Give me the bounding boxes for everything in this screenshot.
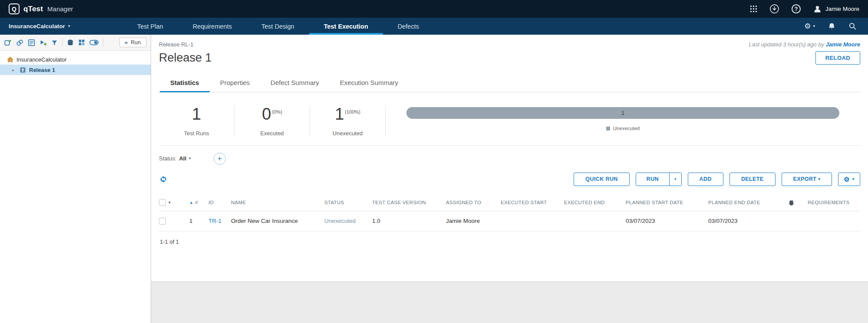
column-header-num[interactable]: ▲ # [189, 200, 208, 205]
status-filter-dropdown[interactable]: All ▾ [179, 155, 191, 162]
cell-id-link[interactable]: TR-1 [208, 218, 231, 224]
user-menu[interactable]: Jamie Moore [813, 4, 859, 13]
column-header-planned-start[interactable]: PLANNED START DATE [626, 200, 708, 205]
run-dropdown-caret[interactable]: ▾ [669, 173, 681, 186]
add-test-suite-icon[interactable] [28, 39, 35, 46]
last-updated-text: Last updated 3 hour(s) ago by Jamie Moor… [749, 41, 860, 48]
column-header-assigned[interactable]: ASSIGNED TO [446, 200, 501, 205]
refresh-icon[interactable] [159, 176, 167, 183]
chevron-right-icon[interactable]: ▸ [12, 68, 17, 72]
select-dropdown-caret[interactable]: ▾ [168, 200, 171, 205]
breadcrumb-row: Release RL-1 Last updated 3 hour(s) ago … [159, 35, 860, 48]
statistics-section: 1 Test Runs 0(0%) Executed 1(100%) Unexe… [159, 92, 860, 146]
stat-unexecuted-label: Unexecuted [310, 130, 385, 137]
stat-unexecuted-pct: (100%) [345, 109, 360, 114]
chevron-down-icon: ▾ [818, 177, 820, 181]
tab-defect-summary[interactable]: Defect Summary [260, 74, 330, 92]
tree-node-label: Release 1 [29, 67, 55, 73]
tree-node-release-1[interactable]: ▸ Release 1 [0, 65, 151, 75]
stat-executed-label: Executed [234, 130, 310, 137]
quick-run-button[interactable]: QUICK RUN [574, 173, 629, 186]
filter-icon[interactable] [51, 39, 58, 46]
column-header-exec-end[interactable]: EXECUTED END [564, 200, 626, 205]
column-header-status[interactable]: STATUS [324, 200, 372, 205]
notifications-bell-icon[interactable] [828, 22, 835, 30]
column-header-requirements[interactable]: REQUIREMENTS [808, 200, 860, 205]
page-title: Release 1 [159, 51, 212, 65]
chevron-down-icon: ▾ [852, 177, 855, 181]
tab-execution-summary[interactable]: Execution Summary [330, 74, 409, 92]
table-row[interactable]: 1 TR-1 Order New Car Insurance Unexecute… [159, 211, 860, 232]
grid-view-icon[interactable] [78, 39, 85, 46]
project-selector[interactable]: InsuranceCalculator ▾ [0, 18, 122, 35]
nav-item-test-execution[interactable]: Test Execution [309, 18, 383, 35]
tree-node-project[interactable]: InsuranceCalculator [0, 54, 151, 65]
column-header-planned-end[interactable]: PLANNED END DATE [708, 200, 788, 205]
stat-unexecuted-value: 1(100%) [310, 105, 385, 124]
legend-label-unexecuted: Unexecuted [613, 126, 640, 131]
add-button[interactable]: ADD [688, 173, 723, 186]
test-run-table-header: ▾ ▲ # ID NAME STATUS TEST CASE VERSION A… [159, 195, 860, 211]
stat-executed-pct: (0%) [272, 109, 282, 114]
page-layout: ▶ Run InsuranceCalculator ▸ Release 1 Re… [0, 35, 868, 323]
user-name: Jamie Moore [825, 6, 859, 12]
chevron-down-icon: ▾ [68, 24, 70, 28]
export-button[interactable]: EXPORT ▾ [782, 173, 832, 186]
main-content: Release RL-1 Last updated 3 hour(s) ago … [151, 35, 868, 323]
toggle-view-icon[interactable] [89, 39, 99, 46]
delete-button[interactable]: DELETE [729, 173, 776, 186]
settings-menu[interactable]: ⚙ ▾ [804, 23, 815, 30]
project-name: InsuranceCalculator [9, 23, 65, 29]
reload-button[interactable]: RELOAD [815, 51, 860, 65]
help-icon[interactable]: ? [792, 4, 801, 13]
nav-item-defects[interactable]: Defects [383, 18, 434, 35]
last-updated-user-link[interactable]: Jamie Moore [826, 41, 860, 48]
column-header-name[interactable]: NAME [231, 200, 324, 205]
stat-test-runs-label: Test Runs [159, 130, 234, 137]
brand-name: qTest [23, 5, 43, 13]
apps-grid-icon[interactable] [750, 5, 757, 13]
main-nav: InsuranceCalculator ▾ Test Plan Requirem… [0, 18, 868, 35]
detail-tabs: Statistics Properties Defect Summary Exe… [159, 74, 860, 92]
add-test-cycle-icon[interactable] [16, 39, 23, 46]
add-filter-button[interactable]: + [214, 153, 226, 165]
gear-icon: ⚙ [804, 23, 811, 30]
tree-run-button[interactable]: ▶ Run [119, 38, 146, 47]
stat-executed-value: 0(0%) [234, 105, 310, 124]
title-row: Release 1 RELOAD [159, 51, 860, 65]
nav-item-test-design[interactable]: Test Design [247, 18, 309, 35]
add-release-icon[interactable] [4, 39, 12, 46]
tab-properties[interactable]: Properties [210, 74, 260, 92]
avatar-icon [813, 4, 822, 13]
run-split-button: RUN ▾ [636, 173, 682, 186]
download-icon[interactable] [769, 4, 779, 14]
release-tree: InsuranceCalculator ▸ Release 1 [0, 51, 151, 78]
tab-statistics[interactable]: Statistics [160, 74, 210, 92]
nav-item-test-plan[interactable]: Test Plan [122, 18, 178, 35]
search-icon[interactable] [848, 22, 857, 30]
add-test-run-icon[interactable] [40, 39, 47, 46]
release-icon [20, 67, 26, 73]
toolbar-divider [62, 38, 63, 47]
nav-tabs: Test Plan Requirements Test Design Test … [122, 18, 434, 35]
bug-icon [788, 199, 795, 206]
legend-swatch-unexecuted [606, 127, 610, 131]
column-header-defects[interactable] [788, 199, 808, 206]
column-header-version[interactable]: TEST CASE VERSION [372, 200, 446, 205]
chart-bar-unexecuted: 1 [406, 107, 839, 119]
play-icon: ▶ [125, 40, 128, 45]
chevron-down-icon: ▾ [674, 177, 677, 181]
column-header-id[interactable]: ID [208, 200, 231, 205]
data-query-icon[interactable] [67, 39, 74, 46]
execution-status-chart: 1 Unexecuted [386, 105, 860, 137]
row-checkbox[interactable] [159, 218, 166, 225]
navbar-right-icons: ⚙ ▾ [804, 18, 868, 35]
status-filter-label: Status: [159, 155, 176, 162]
column-header-exec-start[interactable]: EXECUTED START [501, 200, 564, 205]
run-button[interactable]: RUN [636, 173, 669, 186]
grid-settings-button[interactable]: ⚙ ▾ [838, 173, 860, 186]
select-all-checkbox[interactable] [159, 199, 166, 206]
nav-item-requirements[interactable]: Requirements [178, 18, 247, 35]
action-buttons: QUICK RUN RUN ▾ ADD DELETE EXPORT ▾ ⚙ ▾ [574, 173, 860, 186]
release-panel: Release RL-1 Last updated 3 hour(s) ago … [151, 35, 868, 282]
